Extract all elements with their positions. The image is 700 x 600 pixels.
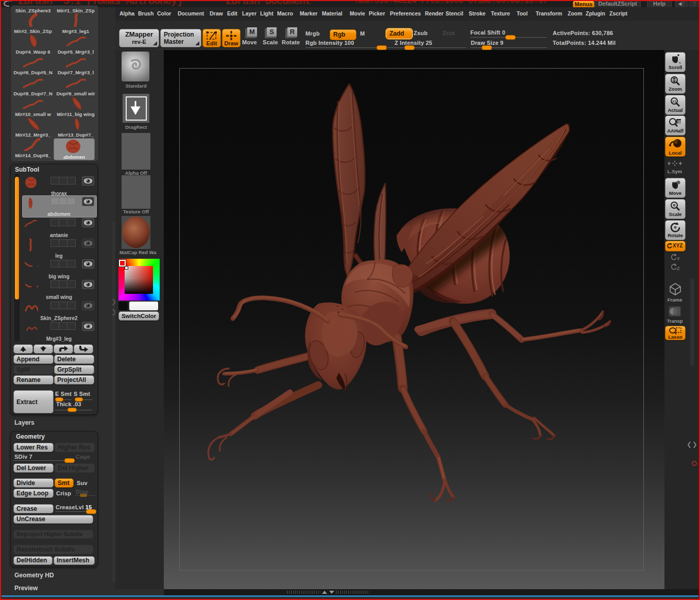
svg-text:Y: Y	[677, 256, 680, 261]
svg-text:x1: x1	[672, 99, 676, 103]
svg-text:Z: Z	[677, 266, 680, 271]
